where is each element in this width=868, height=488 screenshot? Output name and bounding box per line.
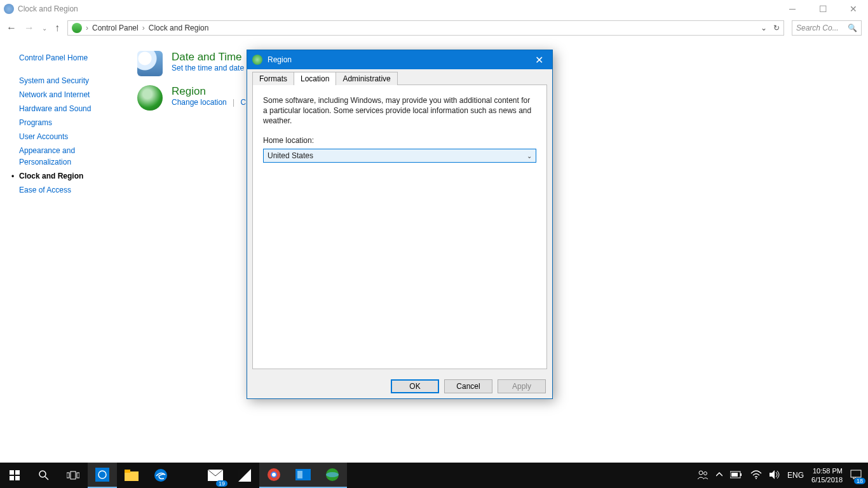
apply-button[interactable]: Apply — [498, 379, 546, 393]
dialog-description: Some software, including Windows, may pr… — [263, 95, 536, 126]
svg-rect-0 — [10, 470, 14, 475]
volume-icon[interactable] — [770, 470, 780, 481]
dialog-button-row: OK Cancel Apply — [247, 374, 552, 398]
dialog-titlebar[interactable]: Region ✕ — [247, 50, 552, 69]
svg-point-29 — [756, 478, 757, 479]
link-set-time[interactable]: Set the time and date — [172, 64, 244, 72]
taskbar: 19 ENG 10:58 PM 6/15/2018 — [0, 463, 868, 488]
battery-icon[interactable] — [730, 471, 743, 480]
search-input[interactable]: Search Co... 🔍 — [792, 20, 862, 36]
link-separator: | — [233, 98, 234, 107]
history-dropdown[interactable]: ⌄ — [42, 25, 47, 32]
control-panel-icon — [4, 4, 14, 14]
region-dialog: Region ✕ Formats Location Administrative… — [247, 50, 553, 399]
taskbar-app-news[interactable] — [230, 463, 259, 488]
svg-rect-6 — [67, 473, 69, 478]
ok-button[interactable]: OK — [391, 379, 439, 393]
tab-location[interactable]: Location — [294, 72, 336, 85]
search-placeholder: Search Co... — [796, 24, 839, 32]
taskbar-app-chrome[interactable] — [259, 463, 288, 488]
tray-overflow-icon[interactable] — [716, 471, 722, 480]
svg-point-24 — [699, 471, 703, 475]
close-button[interactable]: ✕ — [844, 0, 863, 18]
svg-rect-11 — [125, 471, 139, 481]
svg-point-4 — [39, 471, 46, 477]
search-button[interactable] — [29, 463, 58, 488]
dialog-tabstrip: Formats Location Administrative — [247, 69, 552, 85]
category-title-datetime[interactable]: Date and Time — [172, 51, 244, 64]
svg-rect-12 — [125, 470, 130, 473]
back-button[interactable]: ← — [6, 22, 17, 34]
sidebar-item-network[interactable]: Network and Internet — [19, 89, 121, 100]
taskbar-app-mail[interactable]: 19 — [201, 463, 230, 488]
chevron-down-icon: ⌄ — [527, 152, 532, 159]
sidebar: Control Panel Home System and Security N… — [0, 38, 127, 463]
address-dropdown-icon[interactable]: ⌄ — [761, 24, 767, 32]
home-location-value: United States — [268, 151, 313, 160]
taskbar-app-explorer[interactable] — [117, 463, 146, 488]
breadcrumb-sep-icon: › — [142, 24, 145, 32]
taskbar-date: 6/15/2018 — [811, 475, 843, 484]
sidebar-item-appearance[interactable]: Appearance and Personalization — [19, 145, 121, 168]
svg-marker-30 — [770, 470, 775, 479]
sidebar-item-clock-region[interactable]: Clock and Region — [19, 170, 121, 182]
region-dialog-icon — [252, 55, 262, 65]
taskbar-clock[interactable]: 10:58 PM 6/15/2018 — [811, 466, 843, 484]
dialog-close-button[interactable]: ✕ — [531, 54, 547, 66]
forward-button[interactable]: → — [24, 22, 34, 34]
breadcrumb-root[interactable]: Control Panel — [92, 24, 139, 32]
minimize-button[interactable]: ─ — [783, 0, 802, 18]
home-location-label: Home location: — [263, 136, 536, 145]
sidebar-home[interactable]: Control Panel Home — [19, 52, 121, 64]
svg-rect-31 — [851, 470, 861, 477]
link-change-location[interactable]: Change location — [172, 98, 227, 107]
home-location-combobox[interactable]: United States ⌄ — [263, 149, 536, 163]
tab-formats[interactable]: Formats — [252, 72, 294, 85]
svg-rect-9 — [95, 468, 109, 482]
system-tray: ENG 10:58 PM 6/15/2018 18 — [691, 466, 868, 484]
svg-rect-21 — [297, 471, 302, 478]
tab-administrative[interactable]: Administrative — [336, 72, 397, 85]
people-icon[interactable] — [697, 470, 709, 482]
svg-rect-7 — [71, 471, 76, 479]
tab-panel-location: Some software, including Windows, may pr… — [252, 85, 547, 369]
sidebar-item-system[interactable]: System and Security — [19, 75, 121, 86]
svg-point-25 — [704, 471, 707, 475]
taskbar-app-settings[interactable] — [288, 463, 318, 488]
breadcrumb-current[interactable]: Clock and Region — [149, 24, 209, 32]
action-center-badge: 18 — [854, 478, 865, 484]
address-bar[interactable]: › Control Panel › Clock and Region ⌄ ↻ — [67, 20, 784, 36]
svg-rect-3 — [15, 476, 20, 480]
taskbar-app-photos[interactable] — [88, 463, 117, 488]
globe-icon — [137, 85, 163, 111]
category-title-region[interactable]: Region — [172, 85, 250, 98]
taskbar-time: 10:58 PM — [811, 466, 843, 475]
sidebar-item-programs[interactable]: Programs — [19, 117, 121, 128]
cancel-button[interactable]: Cancel — [444, 379, 492, 393]
up-button[interactable]: ↑ — [55, 22, 60, 34]
sidebar-item-ease[interactable]: Ease of Access — [19, 184, 121, 196]
clock-icon — [137, 51, 163, 76]
svg-rect-27 — [740, 473, 742, 476]
start-button[interactable] — [0, 463, 29, 488]
svg-point-23 — [326, 472, 339, 477]
sidebar-item-hardware[interactable]: Hardware and Sound — [19, 103, 121, 114]
wifi-icon[interactable] — [750, 470, 762, 481]
svg-rect-1 — [15, 470, 20, 475]
search-icon: 🔍 — [848, 24, 857, 32]
svg-rect-8 — [77, 473, 79, 478]
location-icon — [72, 23, 82, 33]
svg-point-19 — [272, 473, 276, 477]
mail-badge: 19 — [216, 480, 227, 487]
action-center-icon[interactable]: 18 — [850, 470, 862, 482]
taskbar-app-control-panel[interactable] — [318, 463, 347, 488]
taskbar-app-edge[interactable] — [146, 463, 175, 488]
maximize-button[interactable]: ☐ — [813, 0, 832, 18]
sidebar-item-users[interactable]: User Accounts — [19, 131, 121, 142]
window-titlebar: Clock and Region ─ ☐ ✕ — [0, 0, 868, 18]
task-view-button[interactable] — [58, 463, 88, 488]
svg-line-5 — [45, 477, 48, 480]
window-title: Clock and Region — [18, 4, 783, 13]
refresh-icon[interactable]: ↻ — [773, 24, 780, 32]
language-indicator[interactable]: ENG — [787, 471, 804, 480]
